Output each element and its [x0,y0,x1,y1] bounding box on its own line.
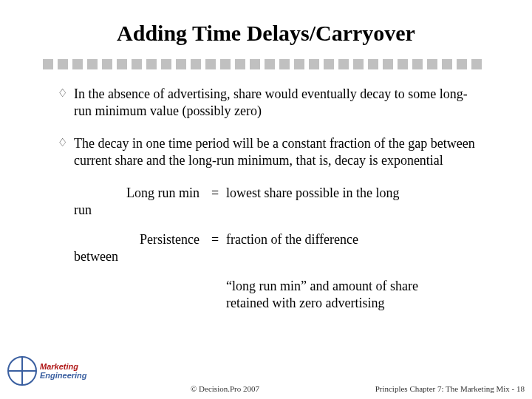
def-term-cont: run [74,202,480,219]
diamond-icon: ♢ [58,86,67,100]
definitions: Long run min = lowest share possible in … [74,185,480,311]
def-term: Persistence [74,231,200,248]
def-desc: fraction of the difference [226,231,480,248]
logo-line-1: Marketing [40,362,87,371]
slide-title: Adding Time Delays/Carryover [0,0,532,59]
closing-line: retained with zero advertising [226,295,480,312]
logo-line-2: Engineering [40,371,87,380]
brand-logo: Marketing Engineering [7,356,87,386]
divider-squares [0,59,532,69]
compass-icon [7,356,37,386]
bullet-item: ♢ In the absence of advertising, share w… [74,86,480,119]
def-desc: lowest share possible in the long [226,185,480,202]
page-reference: Principles Chapter 7: The Marketing Mix … [375,384,525,393]
slide-content: ♢ In the absence of advertising, share w… [0,69,532,311]
copyright-text: © Decision.Pro 2007 [191,384,259,393]
def-term-cont: between [74,248,480,265]
closing-text: “long run min” and amount of share retai… [74,278,480,311]
bullet-item: ♢ The decay in one time period will be a… [74,135,480,168]
bullet-text: In the absence of advertising, share wou… [74,86,468,118]
definition-block: Persistence = fraction of the difference… [74,231,480,265]
equals-sign: = [200,185,226,202]
equals-sign: = [200,231,226,248]
logo-text: Marketing Engineering [40,362,87,380]
bullet-text: The decay in one time period will be a c… [74,136,475,168]
definition-block: Long run min = lowest share possible in … [74,185,480,218]
def-term: Long run min [74,185,200,202]
diamond-icon: ♢ [58,136,67,150]
closing-line: “long run min” and amount of share [226,278,480,295]
